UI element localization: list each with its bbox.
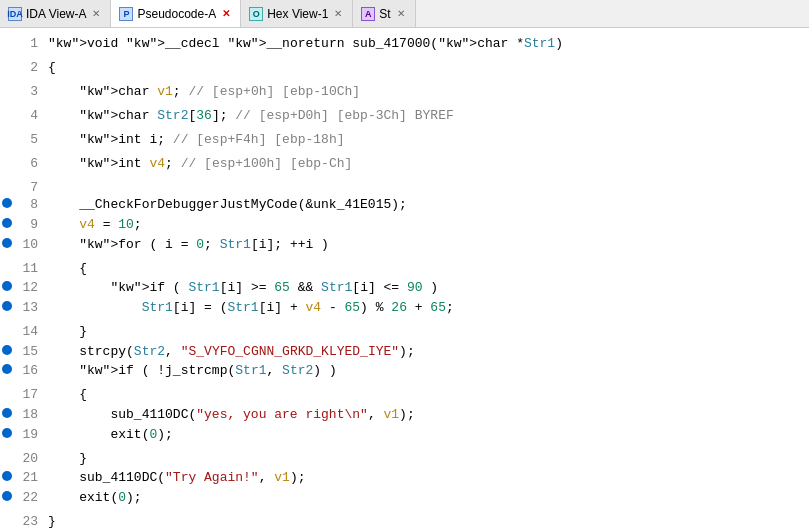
breakpoint-dot	[2, 491, 12, 501]
line-code: {	[44, 259, 809, 278]
line-code: "kw">if ( !j_strcmp(Str1, Str2) )	[44, 361, 809, 380]
code-line: 3 "kw">char v1; // [esp+0h] [ebp-10Ch]	[0, 76, 809, 100]
tab-extra[interactable]: ASt✕	[353, 0, 415, 28]
line-code: Str1[i] = (Str1[i] + v4 - 65) % 26 + 65;	[44, 298, 809, 317]
line-number: 23	[14, 514, 44, 529]
breakpoint-indicator[interactable]	[0, 28, 14, 47]
code-line: 1"kw">void "kw">__cdecl "kw">__noreturn …	[0, 28, 809, 52]
line-code: {	[44, 385, 809, 404]
line-number: 17	[14, 387, 44, 402]
code-line: 7	[0, 172, 809, 194]
tab-hex-view[interactable]: OHex View-1✕	[241, 0, 353, 28]
breakpoint-dot	[2, 408, 12, 418]
line-code: exit(0);	[44, 425, 809, 444]
breakpoint-indicator[interactable]	[0, 277, 14, 296]
line-code: "kw">char v1; // [esp+0h] [ebp-10Ch]	[44, 82, 809, 101]
line-code: }	[44, 512, 809, 530]
tab-label-extra: St	[379, 7, 390, 21]
tab-close-ida-view[interactable]: ✕	[90, 8, 102, 20]
tab-icon-pseudocode: P	[119, 7, 133, 21]
breakpoint-indicator[interactable]	[0, 296, 14, 315]
line-code: "kw">void "kw">__cdecl "kw">__noreturn s…	[44, 34, 809, 53]
breakpoint-indicator[interactable]	[0, 443, 14, 462]
breakpoint-indicator[interactable]	[0, 467, 14, 486]
line-number: 7	[14, 180, 44, 195]
breakpoint-indicator[interactable]	[0, 316, 14, 335]
breakpoint-indicator[interactable]	[0, 486, 14, 505]
tab-close-extra[interactable]: ✕	[395, 8, 407, 20]
breakpoint-dot	[2, 238, 12, 248]
code-line: 15 strcpy(Str2, "S_VYFO_CGNN_GRKD_KLYED_…	[0, 340, 809, 360]
tab-label-pseudocode: Pseudocode-A	[137, 7, 216, 21]
line-number: 5	[14, 132, 44, 147]
tab-ida-view[interactable]: IDAIDA View-A✕	[0, 0, 111, 28]
breakpoint-indicator[interactable]	[0, 253, 14, 272]
line-number: 21	[14, 470, 44, 485]
line-code: "kw">int i; // [esp+F4h] [ebp-18h]	[44, 130, 809, 149]
line-number: 1	[14, 36, 44, 51]
tab-close-hex-view[interactable]: ✕	[332, 8, 344, 20]
line-number: 8	[14, 197, 44, 212]
tab-close-pseudocode[interactable]: ✕	[220, 8, 232, 20]
code-line: 11 {	[0, 253, 809, 277]
breakpoint-indicator[interactable]	[0, 194, 14, 213]
breakpoint-indicator[interactable]	[0, 360, 14, 379]
breakpoint-indicator[interactable]	[0, 233, 14, 252]
line-number: 10	[14, 237, 44, 252]
breakpoint-dot	[2, 428, 12, 438]
line-code: }	[44, 449, 809, 468]
breakpoint-dot	[2, 364, 12, 374]
breakpoint-indicator[interactable]	[0, 52, 14, 71]
breakpoint-dot	[2, 281, 12, 291]
line-code: strcpy(Str2, "S_VYFO_CGNN_GRKD_KLYED_IYE…	[44, 342, 809, 361]
line-code: v4 = 10;	[44, 215, 809, 234]
breakpoint-indicator[interactable]	[0, 506, 14, 525]
line-number: 11	[14, 261, 44, 276]
code-line: 22 exit(0);	[0, 486, 809, 506]
code-line: 21 sub_4110DC("Try Again!", v1);	[0, 467, 809, 487]
tab-icon-hex-view: O	[249, 7, 263, 21]
code-line: 12 "kw">if ( Str1[i] >= 65 && Str1[i] <=…	[0, 277, 809, 297]
breakpoint-indicator[interactable]	[0, 403, 14, 422]
line-number: 13	[14, 300, 44, 315]
code-line: 10 "kw">for ( i = 0; Str1[i]; ++i )	[0, 233, 809, 253]
line-number: 6	[14, 156, 44, 171]
code-line: 13 Str1[i] = (Str1[i] + v4 - 65) % 26 + …	[0, 296, 809, 316]
breakpoint-indicator[interactable]	[0, 124, 14, 143]
line-code: "kw">if ( Str1[i] >= 65 && Str1[i] <= 90…	[44, 278, 809, 297]
line-code: "kw">for ( i = 0; Str1[i]; ++i )	[44, 235, 809, 254]
line-code: {	[44, 58, 809, 77]
breakpoint-indicator[interactable]	[0, 340, 14, 359]
code-line: 4 "kw">char Str2[36]; // [esp+D0h] [ebp-…	[0, 100, 809, 124]
line-number: 2	[14, 60, 44, 75]
code-line: 20 }	[0, 443, 809, 467]
line-number: 20	[14, 451, 44, 466]
breakpoint-indicator[interactable]	[0, 172, 14, 191]
tab-bar: IDAIDA View-A✕PPseudocode-A✕OHex View-1✕…	[0, 0, 809, 28]
line-code: }	[44, 322, 809, 341]
code-line: 14 }	[0, 316, 809, 340]
line-number: 4	[14, 108, 44, 123]
breakpoint-indicator[interactable]	[0, 100, 14, 119]
breakpoint-dot	[2, 198, 12, 208]
code-line: 8 __CheckForDebuggerJustMyCode(&unk_41E0…	[0, 194, 809, 214]
line-code: "kw">char Str2[36]; // [esp+D0h] [ebp-3C…	[44, 106, 809, 125]
tab-icon-extra: A	[361, 7, 375, 21]
line-number: 19	[14, 427, 44, 442]
code-line: 2{	[0, 52, 809, 76]
line-number: 15	[14, 344, 44, 359]
line-code: exit(0);	[44, 488, 809, 507]
breakpoint-indicator[interactable]	[0, 148, 14, 167]
line-number: 18	[14, 407, 44, 422]
tab-label-ida-view: IDA View-A	[26, 7, 86, 21]
tab-pseudocode[interactable]: PPseudocode-A✕	[111, 0, 241, 28]
code-line: 6 "kw">int v4; // [esp+100h] [ebp-Ch]	[0, 148, 809, 172]
breakpoint-dot	[2, 301, 12, 311]
breakpoint-indicator[interactable]	[0, 423, 14, 442]
code-line: 19 exit(0);	[0, 423, 809, 443]
breakpoint-indicator[interactable]	[0, 214, 14, 233]
code-line: 5 "kw">int i; // [esp+F4h] [ebp-18h]	[0, 124, 809, 148]
code-line: 18 sub_4110DC("yes, you are right\n", v1…	[0, 403, 809, 423]
breakpoint-indicator[interactable]	[0, 379, 14, 398]
breakpoint-indicator[interactable]	[0, 76, 14, 95]
